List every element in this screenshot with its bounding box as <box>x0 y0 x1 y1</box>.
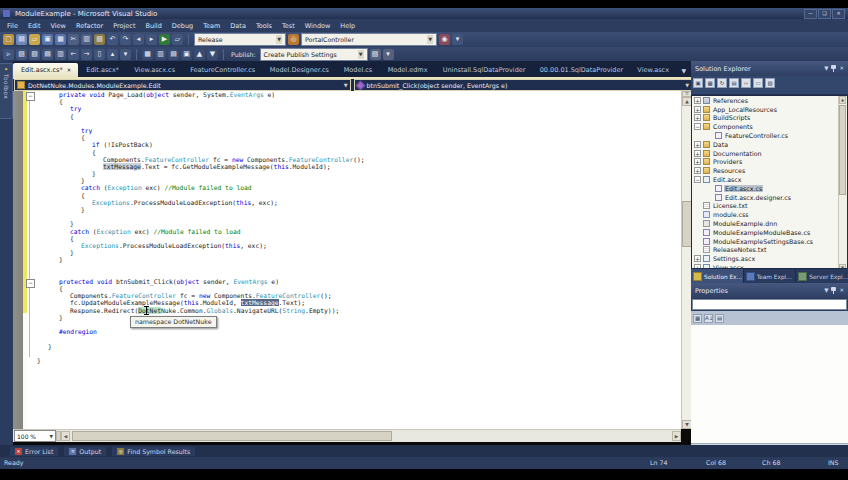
tab-scroll-dropdown-icon[interactable]: ▼ <box>676 64 691 77</box>
tree-item-providers[interactable]: +Providers <box>692 158 847 167</box>
collapse-icon[interactable]: − <box>694 123 701 130</box>
tree-item-releasenotes-txt[interactable]: ReleaseNotes.txt <box>692 246 847 255</box>
expand-icon[interactable]: + <box>694 141 701 148</box>
menu-item-edit[interactable]: Edit <box>23 21 46 31</box>
scroll-right-arrow[interactable]: ▶ <box>672 431 681 441</box>
doc-tab-model-edmx[interactable]: Model.edmx <box>380 63 435 77</box>
cut-icon[interactable]: ✂ <box>68 34 79 45</box>
tree-item-license-txt[interactable]: License.txt <box>692 202 847 211</box>
close-icon[interactable]: ✕ <box>839 287 844 294</box>
expand-icon[interactable]: + <box>694 255 701 262</box>
members-dropdown[interactable]: btnSubmit_Click(object sender, EventArgs… <box>354 79 693 91</box>
save-icon[interactable]: ▣ <box>42 34 53 45</box>
menu-item-test[interactable]: Test <box>277 21 300 31</box>
property-pages-icon[interactable]: ▤ <box>715 314 724 323</box>
menu-item-project[interactable]: Project <box>108 21 140 31</box>
next-bookmark-icon[interactable]: ▾ <box>120 49 131 60</box>
view-code-icon[interactable]: ‹› <box>741 78 751 88</box>
tree-item-edit-ascx-designer-cs[interactable]: Edit.ascx.designer.cs <box>692 193 847 202</box>
menu-item-debug[interactable]: Debug <box>167 21 198 31</box>
tree-item-documentation[interactable]: +Documentation <box>692 149 847 158</box>
undo-icon[interactable]: ↶ <box>107 34 118 45</box>
doc-tab-view-ascx[interactable]: View.ascx <box>629 63 676 77</box>
decrease-indent-icon[interactable]: ← <box>68 49 79 60</box>
menu-item-file[interactable]: File <box>2 21 23 31</box>
publish-overflow-icon[interactable]: ▾ <box>383 49 394 60</box>
navigate-backward-icon[interactable]: ◂ <box>133 34 144 45</box>
align-lefts-icon[interactable]: ▥ <box>155 49 166 60</box>
menu-item-build[interactable]: Build <box>140 21 166 31</box>
tree-item-buildscripts[interactable]: +BuildScripts <box>692 114 847 123</box>
navigate-forward-icon[interactable]: ▸ <box>146 34 157 45</box>
expand-icon[interactable]: + <box>694 114 701 121</box>
nest-related-files-icon[interactable]: ▤ <box>729 78 739 88</box>
menu-item-refactor[interactable]: Refactor <box>71 21 108 31</box>
doc-tab-view-ascx-cs[interactable]: View.ascx.cs <box>126 63 182 77</box>
bookmark-icon[interactable]: ▯ <box>94 49 105 60</box>
breakpoint-gutter[interactable] <box>13 91 23 429</box>
scroll-left-arrow[interactable]: ◀ <box>61 431 70 441</box>
paste-icon[interactable]: ▧ <box>94 34 105 45</box>
se-properties-icon[interactable]: ▣ <box>693 78 703 88</box>
publish-web-icon[interactable]: ▧ <box>370 49 381 60</box>
tree-item-references[interactable]: +References <box>692 96 847 105</box>
menu-item-help[interactable]: Help <box>335 21 360 31</box>
make-same-size-icon[interactable]: ▣ <box>181 49 192 60</box>
open-file-icon[interactable]: ▱ <box>29 34 40 45</box>
show-all-files-icon[interactable]: ▦ <box>705 78 715 88</box>
tab-close-icon[interactable]: ✕ <box>67 67 72 73</box>
collapse-icon[interactable]: − <box>694 176 701 183</box>
doc-tab-00-00-01-sqldataprovider[interactable]: 00.00.01.SqlDataProvider <box>532 63 630 77</box>
dock-tab-solution-ex[interactable]: Solution Ex... <box>691 269 743 284</box>
auto-hide-pin-icon[interactable] <box>831 65 836 72</box>
solution-configurations-combo[interactable]: Release ▼ <box>194 33 286 46</box>
tree-item-app-localresources[interactable]: +App_LocalResources <box>692 105 847 114</box>
menu-item-tools[interactable]: Tools <box>251 21 277 31</box>
menu-item-data[interactable]: Data <box>225 21 251 31</box>
bottom-tab-find-symbol-results[interactable]: ◎Find Symbol Results <box>112 447 195 456</box>
scrollbar-thumb[interactable] <box>839 105 846 195</box>
refresh-icon[interactable]: ↻ <box>717 78 727 88</box>
horizontal-scrollbar[interactable] <box>70 431 672 441</box>
toggle-outlining-icon[interactable]: ▧ <box>29 49 40 60</box>
layer-back-icon[interactable]: ▼ <box>207 49 218 60</box>
designer-grid-icon[interactable]: ▦ <box>142 49 153 60</box>
auto-hide-pin-icon[interactable] <box>831 287 836 294</box>
tree-item-components[interactable]: −Components <box>692 122 847 131</box>
redo-icon[interactable]: ↷ <box>120 34 131 45</box>
scroll-up-arrow[interactable]: ▲ <box>839 96 846 104</box>
expand-icon[interactable]: + <box>694 106 701 113</box>
alphabetical-icon[interactable]: A↓ <box>704 314 713 323</box>
tree-item-moduleexamplesettingsbase-cs[interactable]: ModuleExampleSettingsBase.cs <box>692 237 847 246</box>
start-debug-icon[interactable]: ▶ <box>159 34 170 45</box>
dock-tab-server-expl[interactable]: Server Expl... <box>796 269 848 284</box>
menu-item-window[interactable]: Window <box>300 21 336 31</box>
align-tops-icon[interactable]: ▤ <box>168 49 179 60</box>
minimize-button[interactable]: — <box>804 9 817 19</box>
properties-object-combo[interactable] <box>692 299 847 310</box>
view-class-diagram-icon[interactable]: ▧ <box>765 78 775 88</box>
toolbox-tab[interactable]: ✦ Toolbox <box>0 63 13 119</box>
dock-tab-team-expl[interactable]: Team Expl... <box>744 269 796 284</box>
copy-icon[interactable]: ▥ <box>81 34 92 45</box>
properties-grid[interactable] <box>691 325 848 443</box>
menu-item-view[interactable]: View <box>45 21 70 31</box>
add-item-icon[interactable]: ▤ <box>16 34 27 45</box>
doc-tab-edit-ascx[interactable]: Edit.ascx* <box>78 63 126 77</box>
tree-item-settings-ascx[interactable]: +Settings.ascx <box>692 254 847 263</box>
maximize-button[interactable]: ❑ <box>818 9 831 19</box>
new-project-icon[interactable]: ▢ <box>3 34 14 45</box>
code-editor[interactable]: − − private void Page_Load(object sender… <box>13 91 681 429</box>
find-in-files-icon[interactable]: ◎ <box>288 34 299 45</box>
save-all-icon[interactable]: ▦ <box>55 34 66 45</box>
comment-selection-icon[interactable]: ▤ <box>42 49 53 60</box>
attach-process-icon[interactable]: ▱ <box>172 34 183 45</box>
expand-icon[interactable]: + <box>694 97 701 104</box>
previous-bookmark-icon[interactable]: ▴ <box>107 49 118 60</box>
editor-zoom-combo[interactable]: 100 % ▼ <box>14 430 56 442</box>
uncomment-selection-icon[interactable]: ▥ <box>55 49 66 60</box>
solution-tree[interactable]: +References+App_LocalResources+BuildScri… <box>691 95 848 273</box>
scrollbar-thumb[interactable] <box>72 431 392 441</box>
doc-tab-featurecontroller-cs[interactable]: FeatureController.cs <box>182 63 262 77</box>
close-icon[interactable]: ✕ <box>839 65 844 72</box>
